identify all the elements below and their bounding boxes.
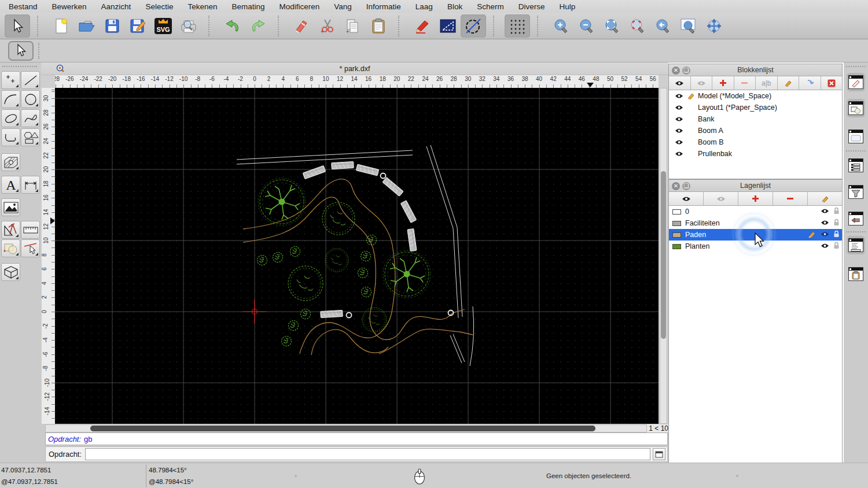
zoom-back-button[interactable]: [650, 14, 676, 38]
layer-color-swatch[interactable]: [672, 232, 681, 238]
eye-icon[interactable]: [672, 116, 685, 122]
layer-list-dock-button[interactable]: [847, 73, 865, 91]
hide-all-blocks-button[interactable]: [691, 76, 713, 90]
clipboard-dock-button[interactable]: [847, 265, 865, 283]
lock-icon[interactable]: [833, 230, 840, 239]
block-row-prullenbak[interactable]: Prullenbak: [669, 148, 842, 160]
arc-tool-button[interactable]: [1, 90, 20, 108]
show-all-layers-button[interactable]: [669, 192, 704, 205]
copy-button[interactable]: +: [340, 14, 366, 38]
close-icon[interactable]: ✕: [672, 66, 680, 75]
polyline-tool-button[interactable]: [1, 128, 20, 146]
measure-tool-button[interactable]: [21, 221, 40, 239]
ellipse-tool-button[interactable]: [1, 109, 20, 127]
command-line-dock-button[interactable]: [847, 236, 865, 254]
eye-icon[interactable]: [821, 208, 829, 216]
paste-button[interactable]: [366, 14, 391, 38]
menu-bewerken[interactable]: Bewerken: [52, 2, 87, 11]
vertical-scrollbar[interactable]: [660, 88, 667, 424]
property-editor-dock-button[interactable]: [847, 156, 865, 175]
undo-button[interactable]: [220, 14, 245, 38]
current-tool-indicator[interactable]: [8, 41, 34, 61]
layer-color-swatch[interactable]: [672, 209, 681, 215]
menu-vang[interactable]: Vang: [334, 2, 352, 11]
remove-block-button[interactable]: [734, 76, 756, 90]
block-row-model[interactable]: Model (*Model_Space): [669, 90, 842, 102]
menu-diverse[interactable]: Diverse: [518, 2, 545, 11]
delete-block-button[interactable]: [821, 76, 843, 90]
close-icon[interactable]: ✕: [672, 182, 680, 190]
library-browser-dock-button[interactable]: [847, 127, 865, 146]
block-list-dock-button[interactable]: [847, 99, 865, 117]
pan-button[interactable]: [701, 14, 727, 38]
eye-icon[interactable]: [821, 242, 829, 250]
menu-scherm[interactable]: Scherm: [477, 2, 504, 11]
eye-icon[interactable]: [672, 128, 685, 134]
zoom-in-button[interactable]: [549, 14, 574, 38]
zoom-auto-button[interactable]: [599, 14, 625, 38]
selection-filter-dock-button[interactable]: [847, 183, 865, 201]
menu-modificeren[interactable]: Modificeren: [279, 2, 320, 11]
eye-icon[interactable]: [672, 93, 685, 99]
block-row-boom-b[interactable]: Boom B: [669, 136, 842, 148]
insert-block-button[interactable]: [799, 76, 821, 90]
point-tool-button[interactable]: [1, 71, 20, 89]
open-file-button[interactable]: [74, 14, 100, 38]
menu-aanzicht[interactable]: Aanzicht: [101, 2, 131, 11]
lock-icon[interactable]: [833, 219, 840, 228]
vertical-scrollbar-thumb[interactable]: [661, 171, 666, 339]
redo-button[interactable]: [245, 14, 271, 38]
svg-export-button[interactable]: SVG: [150, 14, 176, 38]
menu-hulp[interactable]: Hulp: [559, 2, 575, 11]
command-input[interactable]: [85, 448, 650, 460]
rename-block-button[interactable]: a|b: [756, 76, 778, 90]
edit-layer-button[interactable]: [808, 192, 842, 205]
command-options-button[interactable]: [653, 448, 665, 460]
horizontal-scrollbar[interactable]: [45, 424, 647, 432]
delete-button[interactable]: [289, 14, 315, 38]
grid-toggle-button[interactable]: [505, 14, 530, 38]
circle-tool-button[interactable]: [21, 90, 40, 108]
hatch-tool-button[interactable]: [1, 153, 20, 171]
solid-tools-button[interactable]: [1, 263, 20, 281]
eye-icon[interactable]: [821, 219, 829, 227]
new-file-button[interactable]: [49, 14, 74, 38]
block-row-boom-a[interactable]: Boom A: [669, 125, 842, 136]
menu-laag[interactable]: Laag: [415, 2, 433, 11]
select-tool-button[interactable]: [5, 14, 30, 38]
detach-icon[interactable]: ❏: [682, 66, 690, 75]
zoom-out-button[interactable]: [574, 14, 599, 38]
lock-icon[interactable]: [833, 242, 840, 251]
image-tool-button[interactable]: [1, 198, 20, 216]
lock-icon[interactable]: [833, 207, 840, 216]
remove-layer-button[interactable]: [773, 192, 808, 205]
draft-mode-button[interactable]: [410, 14, 435, 38]
detach-icon[interactable]: ❏: [682, 182, 690, 190]
line-tool-button[interactable]: [21, 71, 40, 89]
menu-bestand[interactable]: Bestand: [9, 2, 38, 11]
horizontal-scrollbar-thumb[interactable]: [90, 426, 595, 431]
eye-icon[interactable]: [672, 105, 685, 110]
shape-tool-button[interactable]: [21, 128, 40, 146]
eye-icon[interactable]: [672, 139, 685, 145]
menu-selectie[interactable]: Selectie: [145, 2, 173, 11]
drawing-area[interactable]: [55, 88, 659, 424]
construction-mode-button[interactable]: [461, 14, 486, 38]
zoom-previous-view-button[interactable]: [625, 14, 650, 38]
hide-all-layers-button[interactable]: [704, 192, 738, 205]
edit-block-button[interactable]: [778, 76, 800, 90]
print-preview-button[interactable]: [176, 14, 201, 38]
menu-tekenen[interactable]: Tekenen: [187, 2, 217, 11]
pattern-viewer-dock-button[interactable]: [847, 209, 865, 228]
add-block-button[interactable]: [712, 76, 734, 90]
draft-tools-button[interactable]: [1, 221, 20, 239]
save-as-button[interactable]: [125, 14, 150, 38]
spline-tool-button[interactable]: [21, 109, 40, 127]
eye-icon[interactable]: [672, 151, 685, 157]
ortho-mode-button[interactable]: [435, 14, 461, 38]
block-row-layout1[interactable]: Layout1 (*Paper_Space): [669, 102, 842, 113]
add-layer-button[interactable]: [738, 192, 773, 205]
menu-blok[interactable]: Blok: [447, 2, 462, 11]
cut-button[interactable]: +: [315, 14, 340, 38]
show-all-blocks-button[interactable]: [669, 76, 691, 90]
